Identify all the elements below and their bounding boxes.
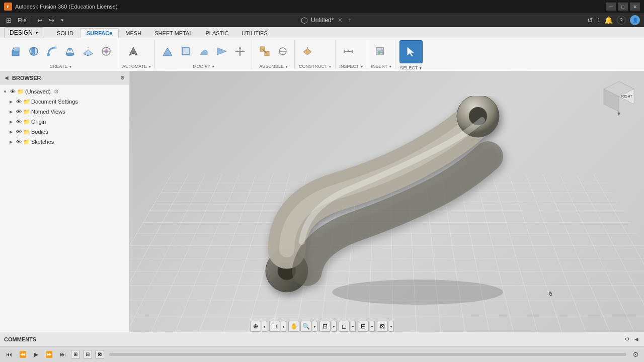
construct-arrow[interactable]: ▼	[329, 65, 332, 68]
browser-panel: ◀ BROWSER ⚙ ▼ 👁 📁 (Unsaved) ⚙ ▶ 👁	[0, 71, 130, 332]
ribbon-commands: CREATE ▼ AUTOMATE ▼	[0, 38, 644, 71]
modify-move-button[interactable]	[177, 41, 194, 62]
nav-snap-button[interactable]: ⊠	[377, 321, 388, 332]
select-icon	[406, 46, 417, 57]
tab-mesh[interactable]: MESH	[119, 28, 148, 38]
close-button[interactable]: ✕	[630, 3, 640, 11]
bodies-visibility-icon[interactable]: 👁	[15, 128, 22, 135]
viewport[interactable]: RIGHT 🖱	[130, 71, 644, 332]
select-arrow[interactable]: ▼	[419, 66, 422, 70]
tree-item-doc-settings[interactable]: ▶ 👁 📁 Document Settings	[0, 97, 129, 107]
sketches-visibility-icon[interactable]: 👁	[15, 138, 22, 145]
doc-visibility-icon[interactable]: 👁	[15, 98, 22, 105]
nav-orbit-button[interactable]: ⊕	[250, 321, 261, 332]
comments-settings-button[interactable]: ⚙	[623, 336, 631, 342]
modify-buttons	[159, 40, 249, 63]
tab-surface[interactable]: SURFACe	[80, 28, 119, 38]
modify-move2-button[interactable]	[231, 41, 249, 62]
assemble-new-button[interactable]	[256, 41, 273, 62]
browser-settings-button[interactable]: ⚙	[119, 74, 126, 81]
construct-plane-button[interactable]	[299, 41, 316, 62]
timeline-play-button[interactable]: ▶	[32, 350, 40, 359]
inspect-arrow[interactable]: ▼	[360, 65, 364, 68]
tab-plastic[interactable]: PLASTIC	[199, 28, 235, 38]
timeline-end-button[interactable]: ⏭	[58, 350, 68, 359]
nav-zoom-dropdown[interactable]: ▼	[312, 321, 317, 332]
timeline-icon3-button[interactable]: ⊠	[95, 350, 104, 359]
assemble-arrow[interactable]: ▼	[285, 65, 288, 68]
create-revolve-button[interactable]	[25, 41, 42, 62]
select-button[interactable]	[399, 40, 423, 63]
file-button[interactable]: File	[16, 16, 29, 24]
origin-visibility-icon[interactable]: 👁	[15, 118, 22, 125]
create-arrow[interactable]: ▼	[68, 65, 72, 68]
design-menu-button[interactable]: DESIGN ▼	[4, 27, 44, 38]
nav-zoomfit-button[interactable]: ⊡	[319, 321, 331, 332]
notifications-button[interactable]: 🔔	[604, 16, 613, 24]
nav-snap-dropdown[interactable]: ▼	[389, 321, 394, 332]
nav-grid-dropdown[interactable]: ▼	[370, 321, 375, 332]
tree-item-root[interactable]: ▼ 👁 📁 (Unsaved) ⚙	[0, 86, 129, 97]
undo-button[interactable]: ↩	[35, 16, 45, 25]
create-loft-button[interactable]	[61, 41, 78, 62]
insert-arrow[interactable]: ▼	[388, 65, 392, 68]
tab-utilities[interactable]: UTILITIES	[235, 28, 274, 38]
inspect-measure-button[interactable]	[340, 41, 357, 62]
timeline-start-button[interactable]: ⏮	[4, 350, 14, 359]
browser-collapse-button[interactable]: ◀	[3, 74, 10, 81]
tab-solid[interactable]: SOLID	[50, 28, 80, 38]
tab-sheetmetal[interactable]: SHEET METAL	[148, 28, 199, 38]
comments-close-button[interactable]: ◀	[633, 336, 640, 342]
timeline-settings-button[interactable]: ⚙	[631, 349, 640, 359]
root-label: (Unsaved)	[25, 88, 51, 95]
modify-arrow[interactable]: ▼	[211, 65, 215, 68]
nav-look-button[interactable]: □	[269, 321, 280, 332]
redo-button[interactable]: ↪	[47, 16, 56, 25]
timeline-icon1-button[interactable]: ⊞	[71, 350, 80, 359]
nav-grid-button[interactable]: ⊟	[358, 321, 369, 332]
help-button[interactable]: ?	[617, 16, 626, 25]
user-avatar[interactable]: 👤	[630, 15, 640, 25]
insert-button[interactable]: IMG	[371, 41, 388, 62]
create-sweep-button[interactable]	[43, 41, 60, 62]
nav-zoom-button[interactable]: 🔍	[300, 321, 311, 332]
timeline-next-button[interactable]: ⏩	[43, 350, 55, 359]
nav-zoomfit-dropdown[interactable]: ▼	[332, 321, 337, 332]
root-visibility-icon[interactable]: 👁	[9, 88, 16, 95]
timeline-track[interactable]	[109, 353, 626, 356]
tree-item-bodies[interactable]: ▶ 👁 📁 Bodies	[0, 127, 129, 137]
nav-display-button[interactable]: ◻	[339, 321, 350, 332]
nav-display-dropdown[interactable]: ▼	[351, 321, 356, 332]
minimize-button[interactable]: ─	[606, 3, 616, 11]
nav-look-dropdown[interactable]: ▼	[281, 321, 286, 332]
tree-item-origin[interactable]: ▶ 👁 📁 Origin	[0, 117, 129, 127]
automate-arrow[interactable]: ▼	[148, 65, 151, 68]
header-close-button[interactable]: ✕	[337, 16, 344, 25]
create-misc-button[interactable]	[98, 41, 115, 62]
maximize-button[interactable]: □	[618, 3, 628, 11]
views-visibility-icon[interactable]: 👁	[15, 108, 22, 115]
modify-press-pull-button[interactable]	[159, 41, 176, 62]
window-controls: ─ □ ✕	[606, 3, 640, 11]
add-tab-button[interactable]: +	[347, 16, 352, 25]
more-button[interactable]: ▼	[58, 17, 66, 24]
user-num-button[interactable]: 1	[597, 17, 600, 23]
view-cube[interactable]: RIGHT	[599, 76, 639, 117]
timeline-icon2-button[interactable]: ⊟	[83, 350, 92, 359]
timeline-prev-button[interactable]: ⏪	[17, 350, 29, 359]
create-extrude-button[interactable]	[7, 41, 24, 62]
grid-menu-button[interactable]: ⊞	[4, 16, 14, 25]
tree-item-named-views[interactable]: ▶ 👁 📁 Named Views	[0, 107, 129, 117]
modify-split-button[interactable]	[213, 41, 230, 62]
nav-pan-button[interactable]: ✋	[288, 321, 299, 332]
history-button[interactable]: ↺	[587, 16, 593, 24]
create-plane-button[interactable]	[79, 41, 97, 62]
nav-orbit-dropdown[interactable]: ▼	[262, 321, 267, 332]
tree-item-sketches[interactable]: ▶ 👁 📁 Sketches	[0, 137, 129, 147]
window-title: Autodesk Fusion 360 (Education License)	[15, 4, 606, 10]
expander-views: ▶	[8, 110, 14, 114]
automate-button[interactable]	[122, 41, 144, 62]
assemble-joint-button[interactable]	[274, 41, 291, 62]
modify-scale-button[interactable]	[195, 41, 212, 62]
root-settings-icon[interactable]: ⚙	[54, 88, 59, 95]
